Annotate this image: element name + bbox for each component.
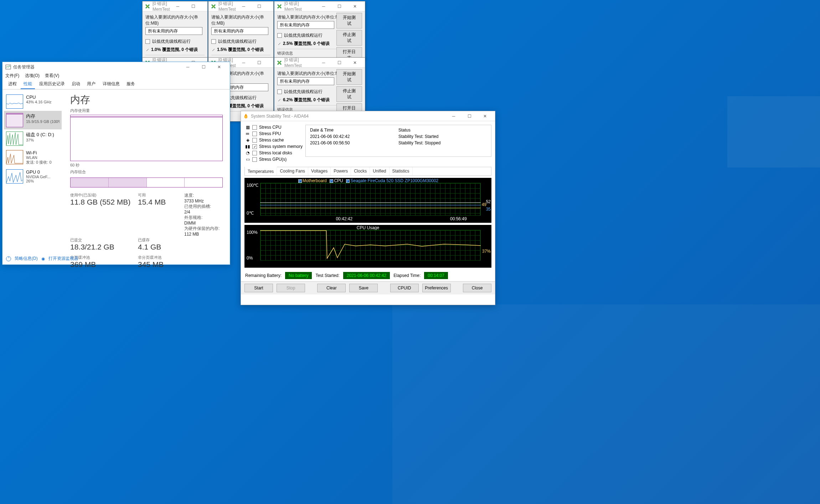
tab-processes[interactable]: 进程	[5, 79, 20, 88]
memtest-window-0[interactable]: [0 错误] MemTest ─☐✕ 请输入要测试的内存大小(单位:MB) 以低…	[142, 1, 208, 65]
checkbox-stress-cpu[interactable]	[252, 125, 257, 130]
memtest-window-5[interactable]: [0 错误] MemTest ─☐✕ 请输入要测试的内存大小(单位:MB) 以低…	[274, 57, 365, 115]
tab-voltages[interactable]: Voltages	[308, 167, 331, 175]
checkbox-stress-memory[interactable]: ✓	[252, 144, 257, 149]
chevron-up-icon[interactable]: ˄	[6, 256, 11, 261]
close-button[interactable]: Close	[463, 284, 491, 292]
stat-value: 15.4 MB	[138, 198, 181, 206]
sidebar-item-disk[interactable]: 磁盘 0 (C: D:)37%	[4, 129, 62, 148]
memory-size-input[interactable]	[277, 21, 334, 29]
start-test-button[interactable]: 开始测试	[336, 13, 362, 29]
tab-startup[interactable]: 启动	[69, 79, 83, 88]
memory-size-input[interactable]	[145, 27, 202, 35]
checkbox-cpu[interactable]	[330, 179, 333, 183]
minimize-button[interactable]: ─	[170, 1, 186, 11]
titlebar[interactable]: 任务管理器 ─ ☐ ✕	[2, 62, 230, 72]
tab-users[interactable]: 用户	[84, 79, 98, 88]
close-button[interactable]: ✕	[347, 1, 363, 11]
minimize-button[interactable]: ─	[316, 1, 331, 11]
memtest-window-2[interactable]: [0 错误] MemTest ─☐✕ 请输入要测试的内存大小(单位:MB) 以低…	[274, 1, 365, 59]
stat-value: 11.8 GB (552 MB)	[70, 198, 134, 206]
minimize-button[interactable]: ─	[236, 1, 252, 11]
memory-size-input[interactable]	[277, 77, 334, 85]
save-button[interactable]: Save	[349, 284, 378, 292]
cpuid-button[interactable]: CPUID	[390, 284, 419, 292]
resource-monitor-link[interactable]: 打开资源监视器	[48, 256, 78, 262]
maximize-button[interactable]: ☐	[196, 62, 211, 72]
checkbox-label: 以低优先级线程运行	[284, 89, 323, 95]
minimize-button[interactable]: ─	[180, 62, 196, 72]
checkbox-low-priority[interactable]	[277, 33, 282, 38]
checkbox-stress-disk[interactable]	[252, 151, 257, 155]
maximize-button[interactable]: ☐	[461, 111, 477, 121]
menu-view[interactable]: 查看(V)	[45, 73, 59, 78]
fpu-icon: ⩸	[244, 131, 251, 136]
minimize-button[interactable]: ─	[316, 58, 331, 68]
label: Stress local disks	[259, 150, 292, 155]
clear-button[interactable]: Clear	[317, 284, 346, 292]
coverage-text: 1.5% 覆盖范围, 0 个错误	[217, 47, 264, 53]
flame-icon	[243, 113, 249, 119]
sidebar: CPU43% 4.16 GHz 内存15.9/15.9 GB (100%) 磁盘…	[2, 89, 63, 256]
brief-info-link[interactable]: 简略信息(D)	[15, 256, 38, 262]
tab-history[interactable]: 应用历史记录	[36, 79, 68, 88]
svg-point-0	[146, 5, 149, 7]
stop-test-button[interactable]: 停止测试	[336, 86, 362, 102]
y-min: 0℃	[247, 211, 254, 216]
tab-fans[interactable]: Cooling Fans	[277, 167, 308, 175]
event-log[interactable]: Date & TimeStatus 2021-06-06 00:42:42Sta…	[305, 125, 491, 157]
start-test-button[interactable]: 开始测试	[336, 69, 362, 85]
checkbox-mb[interactable]	[298, 179, 302, 183]
tab-details[interactable]: 详细信息	[100, 79, 123, 88]
menu-options[interactable]: 选项(O)	[25, 73, 40, 78]
titlebar[interactable]: [0 错误] MemTest ─☐✕	[274, 1, 365, 11]
window-controls: ─ ☐ ✕	[180, 62, 227, 72]
titlebar[interactable]: [0 错误] MemTest ─☐✕	[143, 1, 207, 11]
titlebar[interactable]: [0 错误] MemTest ─☐✕	[208, 1, 273, 11]
menu-file[interactable]: 文件(F)	[5, 73, 19, 78]
preferences-button[interactable]: Preferences	[422, 284, 451, 292]
memtest-window-1[interactable]: [0 错误] MemTest ─☐✕ 请输入要测试的内存大小(单位:MB) 以低…	[208, 1, 274, 65]
tab-clocks[interactable]: Clocks	[351, 167, 370, 175]
memory-size-input[interactable]	[211, 27, 268, 35]
tab-temperatures[interactable]: Temperatures	[245, 167, 277, 175]
tab-powers[interactable]: Powers	[331, 167, 351, 175]
maximize-button[interactable]: ☐	[186, 1, 201, 11]
sidebar-item-wifi[interactable]: Wi-FiWLAN发送: 0 接收: 0	[4, 148, 62, 167]
tab-performance[interactable]: 性能	[21, 79, 35, 89]
tab-services[interactable]: 服务	[124, 79, 138, 88]
aida64-window[interactable]: System Stability Test - AIDA64 ─ ☐ ✕ ▦St…	[241, 111, 495, 305]
maximize-button[interactable]: ☐	[252, 58, 267, 68]
checkbox-ssd[interactable]	[346, 179, 350, 183]
sidebar-item-cpu[interactable]: CPU43% 4.16 GHz	[4, 92, 62, 111]
checkbox-stress-fpu[interactable]	[252, 132, 257, 136]
tab-statistics[interactable]: Statistics	[390, 167, 413, 175]
meta-value: 2/4	[184, 210, 190, 215]
close-button[interactable]: ✕	[211, 62, 227, 72]
cpu-trace	[260, 230, 481, 261]
checkbox-low-priority[interactable]	[277, 89, 282, 94]
maximize-button[interactable]: ☐	[252, 1, 267, 11]
sidebar-item-gpu[interactable]: GPU 0NVIDIA GeF...26%	[4, 167, 62, 186]
start-button[interactable]: Start	[244, 284, 273, 292]
checkbox-stress-gpu[interactable]	[252, 157, 257, 162]
close-button[interactable]: ✕	[477, 111, 493, 121]
minimize-button[interactable]: ─	[236, 58, 252, 68]
titlebar[interactable]: System Stability Test - AIDA64 ─ ☐ ✕	[241, 111, 495, 121]
maximize-button[interactable]: ☐	[331, 1, 347, 11]
titlebar[interactable]: [0 错误] MemTest ─☐✕	[274, 58, 365, 68]
stop-button[interactable]: Stop	[277, 284, 305, 292]
task-manager-window[interactable]: 任务管理器 ─ ☐ ✕ 文件(F) 选项(O) 查看(V) 进程 性能 应用历史…	[2, 62, 230, 265]
svg-point-1	[212, 5, 215, 7]
checkbox-stress-cache[interactable]	[252, 138, 257, 143]
checkbox-label: 以低优先级线程运行	[284, 32, 323, 38]
stop-test-button[interactable]: 停止测试	[336, 30, 362, 46]
tab-unified[interactable]: Unified	[370, 167, 389, 175]
close-button[interactable]: ✕	[347, 58, 363, 68]
col-status: Status	[396, 127, 489, 133]
maximize-button[interactable]: ☐	[331, 58, 347, 68]
sidebar-item-memory[interactable]: 内存15.9/15.9 GB (100%)	[4, 111, 62, 129]
minimize-button[interactable]: ─	[446, 111, 461, 121]
checkbox-low-priority[interactable]	[145, 39, 150, 44]
checkbox-low-priority[interactable]	[211, 39, 216, 44]
